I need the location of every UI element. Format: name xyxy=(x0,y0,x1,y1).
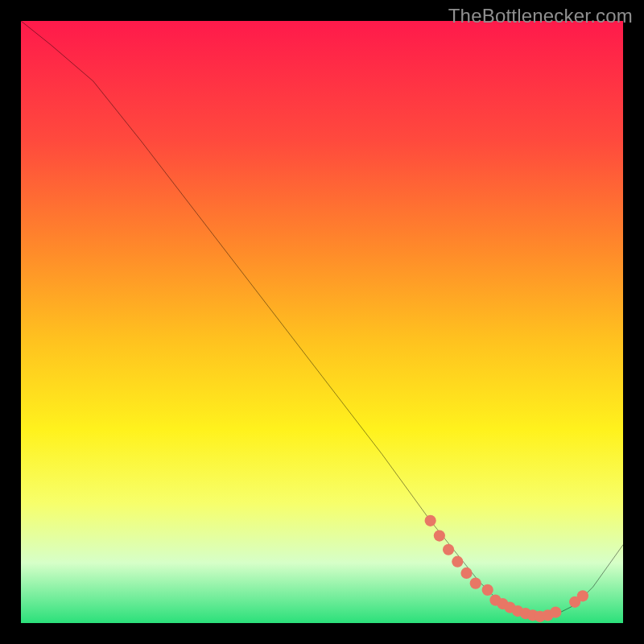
highlight-dot xyxy=(452,556,463,568)
plot-area xyxy=(21,21,623,623)
curve-layer xyxy=(21,21,623,623)
highlight-dot xyxy=(425,515,436,526)
highlight-dot xyxy=(434,530,445,541)
highlight-dot xyxy=(577,590,588,601)
bottleneck-curve xyxy=(21,21,623,617)
highlight-dot xyxy=(470,578,481,589)
highlight-dot xyxy=(460,568,472,579)
highlight-dot xyxy=(550,606,561,617)
highlight-dot xyxy=(482,584,493,596)
chart-frame: TheBottlenecker.com xyxy=(0,0,644,644)
attribution-label: TheBottlenecker.com xyxy=(448,5,633,27)
highlight-dot xyxy=(443,544,454,555)
highlight-dots xyxy=(425,515,588,622)
